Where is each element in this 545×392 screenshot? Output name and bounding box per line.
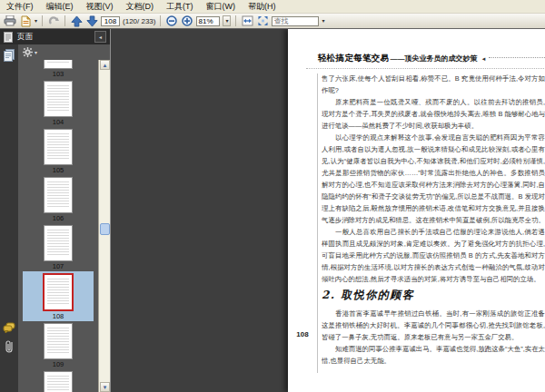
- thumbnail-page-image[interactable]: [44, 225, 73, 261]
- scroll-down-icon: ▼: [103, 385, 108, 390]
- thumbnail-item[interactable]: 105: [44, 127, 73, 175]
- thumbnail-page-label: 104: [53, 118, 64, 126]
- zoom-in-button[interactable]: [181, 15, 193, 27]
- thumbnail-item[interactable]: 104: [44, 79, 73, 127]
- thumbnail-page-label: 106: [53, 214, 64, 222]
- fit-width-button[interactable]: [241, 15, 253, 27]
- pages-panel-header: 页面 ◄: [0, 29, 110, 44]
- section-heading: 2. 取悦你的顾客: [322, 289, 545, 305]
- body-text-line: 可盲目地采用此种方式的说服,而应该仿照推销员 B 的方式,先友善地和对方套交: [322, 250, 545, 261]
- next-page-button[interactable]: [85, 15, 98, 27]
- thumbnail-item[interactable]: 103: [44, 60, 73, 79]
- collapse-panel-button[interactable]: ◄: [94, 31, 106, 43]
- page-thumbnails-icon: [4, 49, 15, 62]
- body-text-line: 皆碰了一鼻子灰,无功而返。原来老板已有意与另一家五金厂交易。: [322, 331, 545, 343]
- body-text-line: 这是推销铁桶的大好时机。李嘉诚的几个同事都很心切,抢先找到旅馆老板,不料: [322, 319, 545, 331]
- page-number-input[interactable]: [101, 16, 120, 26]
- sidebar-tab-attachments[interactable]: [3, 339, 15, 353]
- header-arrow-icon: ◄: [481, 56, 486, 62]
- navigation-tab-strip: [0, 44, 18, 392]
- zoom-level-input[interactable]: [196, 16, 220, 26]
- body-text-line: 作呢?: [322, 84, 545, 96]
- body-text-line: 尤其是那些推销货物的家伙……”时常流露出拒绝他人的神色。多数推销员不了: [322, 167, 545, 179]
- menu-item[interactable]: 文档(D): [120, 0, 161, 14]
- thumbnail-item[interactable]: 110: [44, 369, 73, 392]
- document-view[interactable]: 轻松搞定每笔交易——顶尖业务员的成交妙策 ◄ 108 售了六张床,使每个人皆刮目…: [111, 29, 545, 392]
- menu-item[interactable]: 帮助(H): [242, 0, 282, 14]
- pages-icon: [4, 32, 13, 43]
- page-count-label: (120/ 233): [123, 17, 155, 25]
- page-down-arrow-icon: [86, 15, 98, 27]
- body-text-line: 现对方是个聋子,耳失灵的残废者,就会很快地掉头离去,唯独 B 能够耐心地与对方: [322, 108, 545, 120]
- print-button[interactable]: [4, 15, 16, 27]
- scroll-up-icon: ▲: [103, 63, 108, 68]
- body-text-line: 气逐步消除对方的成见和猜忌。这在推销术中简直是破例,所以能克尽全功。: [322, 214, 545, 226]
- options-caret-icon: ▾: [35, 50, 37, 55]
- scrollbar-thumb[interactable]: [100, 223, 110, 235]
- thumbnail-page-image[interactable]: [43, 273, 74, 311]
- body-text-line: 人利用,或者自以为遭人忽视,故一般说来猜疑心和成见比较深刻,或者心里有成: [322, 143, 545, 155]
- search-caret-icon[interactable]: ▾: [322, 18, 324, 24]
- search-input[interactable]: [272, 16, 319, 26]
- export-caret-icon[interactable]: ▾: [35, 18, 37, 24]
- body-text-line: 惜,也显得自己太无能。: [322, 355, 545, 367]
- separator: [235, 15, 236, 26]
- pages-panel: ▾ 103104105106107108109110 ▲ ▼: [18, 44, 110, 392]
- menu-bar: 文件(F)编辑(E)视图(V)文档(D)工具(T)窗口(W)帮助(H): [0, 0, 545, 14]
- sidebar-tab-comments[interactable]: [3, 320, 15, 334]
- page-body: 售了六张床,使每个人皆刮目相看,称赞不已。B 究竟使用何种手法,令对方如此合作呢…: [322, 73, 545, 367]
- thumbnail-item-selected[interactable]: 108: [23, 271, 94, 321]
- scroll-down-button[interactable]: ▼: [100, 382, 110, 392]
- body-text-line: 进行笔谈——虽然耗费了不少时间,收获却极为丰硕。: [322, 120, 545, 132]
- previous-view-button-disabled[interactable]: [47, 15, 60, 27]
- menu-item[interactable]: 编辑(E): [40, 0, 80, 14]
- body-text-line: 隐隐约约的怀有“和聋子交谈徒劳无功”的偏见,所以总是不战而退。B 发现对方生: [322, 191, 545, 202]
- paperclip-icon: [5, 339, 15, 354]
- thumbnail-page-label: 103: [53, 70, 64, 78]
- menu-item[interactable]: 视图(V): [80, 0, 120, 14]
- menu-item[interactable]: 窗口(W): [200, 0, 243, 14]
- thumbnail-page-image[interactable]: [44, 177, 73, 213]
- thumbnail-item[interactable]: 106: [44, 175, 73, 223]
- options-button[interactable]: ▾: [23, 47, 37, 57]
- header-underline: [306, 68, 545, 69]
- body-text-line: 理上有缺陷之后,毅然放弃惯用的推销术语,改借笔和对方交换意见,并且接换脾: [322, 202, 545, 214]
- thumbnail-item[interactable]: 109: [44, 321, 73, 369]
- previous-page-button[interactable]: [70, 15, 83, 27]
- menu-item[interactable]: 文件(F): [0, 0, 40, 14]
- zoom-out-button[interactable]: [165, 15, 178, 27]
- body-text-line: 原来肥料商是一位既聋又哑、残而不废的人。以往前去拜访的推销员,只要发: [322, 96, 545, 108]
- zoom-caret-button[interactable]: ▾: [223, 15, 231, 26]
- sidebar-tab-pages[interactable]: [3, 48, 15, 62]
- thumbnail-page-image[interactable]: [44, 371, 73, 392]
- thumbnail-page-image[interactable]: [44, 81, 73, 117]
- body-text-line: 一般人总喜欢用自己擅长的手法或自己信服的理论来游说他人,倘若遇到同: [322, 226, 545, 238]
- thumbnail-page-image[interactable]: [44, 129, 73, 165]
- thumbnail-page-image[interactable]: [44, 60, 73, 69]
- body-text-line: 样固执而且成见颇深的对象,肯定难以奏效。为了避免强化对方的抗拒心理,绝不: [322, 238, 545, 250]
- fit-width-icon: [242, 15, 253, 26]
- thumbnail-scrollbar[interactable]: ▲ ▼: [98, 60, 110, 392]
- thumbnail-page-image[interactable]: [44, 323, 73, 359]
- separator: [160, 15, 161, 26]
- collapse-icon: ◄: [98, 34, 103, 40]
- body-text-line: 情,根据对方的生活环境,以对方擅长的表达方式创造一种融洽的气氛,鼓动对方: [322, 261, 545, 273]
- fit-page-button[interactable]: [256, 15, 269, 27]
- thumbnail-page-label: 107: [53, 262, 64, 270]
- scroll-up-button[interactable]: ▲: [100, 60, 110, 70]
- separator: [64, 15, 65, 26]
- printed-page-number: 108: [291, 330, 314, 338]
- margin-rule: [317, 74, 318, 373]
- export-pdf-button[interactable]: [19, 15, 32, 27]
- thumbnail-list: 103104105106107108109110: [18, 60, 98, 392]
- thumbnail-page-label: 109: [53, 360, 64, 368]
- zoom-in-icon: [182, 15, 193, 26]
- comments-icon: [3, 322, 15, 333]
- pdf-reader-window: 文件(F)编辑(E)视图(V)文档(D)工具(T)窗口(W)帮助(H) ▾: [0, 0, 545, 392]
- thumbnail-item[interactable]: 107: [44, 223, 73, 271]
- menu-item[interactable]: 工具(T): [160, 0, 200, 14]
- body-text-line: 见,认为“健康者皆以自我为中心,不知体谅我聋,和他们应对时,必须特别谨慎,: [322, 155, 545, 167]
- zoom-out-icon: [166, 15, 177, 26]
- body-text-line: 香港首富李嘉诚早年推销过白铁桶。当时,有一家刚落成的旅馆正准备开张,: [322, 308, 545, 319]
- separator: [42, 15, 43, 26]
